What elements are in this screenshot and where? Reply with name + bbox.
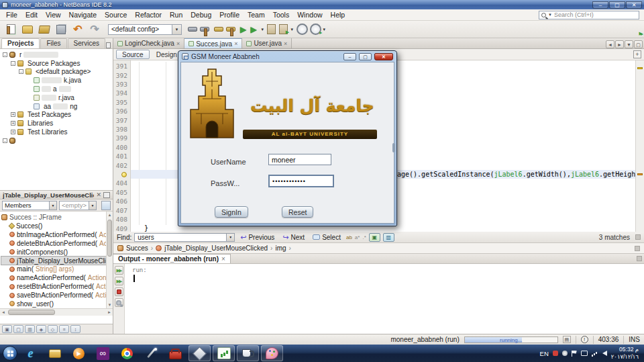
show-public-icon[interactable]: ◈ — [36, 325, 46, 333]
wmp-icon[interactable] — [68, 345, 90, 361]
member-item[interactable]: Succes() — [1, 222, 113, 230]
breadcrumb-item[interactable]: jTable_Display_UserMouseClicked › — [156, 244, 272, 252]
menu-item[interactable]: Source — [101, 11, 131, 19]
tree-item[interactable]: + Test Packages — [0, 111, 113, 120]
java-app-icon[interactable] — [237, 345, 259, 361]
scroll-tabs-left-icon[interactable]: ◄ — [606, 40, 614, 48]
editor-tab[interactable]: Succes.java × — [184, 38, 242, 48]
scroll-tabs-right-icon[interactable]: ► — [615, 40, 624, 48]
scroll-left-icon[interactable]: ◄ — [1, 310, 5, 314]
menu-item[interactable]: Navigate — [65, 11, 101, 19]
find-next-button[interactable]: ↪ Next — [280, 233, 307, 242]
members-horizontal-scrollbar[interactable]: ◄ ► — [0, 308, 113, 316]
netbeans-icon[interactable] — [189, 345, 211, 361]
gutter-line[interactable] — [113, 170, 130, 179]
sort-alpha-icon[interactable]: ≡ — [59, 325, 69, 333]
current-line-mark[interactable] — [637, 173, 643, 175]
tree-expander-icon[interactable]: - — [3, 138, 7, 143]
split-editor-icon[interactable]: + — [633, 50, 641, 58]
tree-item[interactable]: - Source Packages — [0, 59, 113, 68]
search-input[interactable]: ▼ Search (Ctrl+I) — [539, 11, 639, 19]
network-signal-icon[interactable] — [592, 351, 598, 357]
gutter-line[interactable]: 398 — [113, 125, 130, 134]
menu-item[interactable]: View — [42, 11, 65, 19]
member-item[interactable]: btnImageActionPerformed(ActionEve — [1, 230, 113, 239]
paint-icon[interactable] — [261, 345, 283, 361]
highlight-results-toggle[interactable]: ▣ — [369, 233, 380, 242]
insert-mode-indicator[interactable]: INS — [629, 336, 640, 343]
dialog-titlebar[interactable]: GSM Moneer Ababneh – ▢ ✕ — [178, 51, 396, 62]
resize-handle[interactable] — [392, 143, 395, 152]
member-item[interactable]: main(String[] args) — [1, 265, 113, 273]
tree-expander-icon[interactable]: + — [11, 121, 15, 126]
output-body[interactable]: ▶▶ ▶▶ run: — [113, 264, 644, 334]
tree-item[interactable]: - <default package> — [0, 68, 113, 77]
close-find-bar-icon[interactable] — [635, 234, 641, 240]
show-non-public-icon[interactable]: ◇ — [48, 325, 58, 333]
view-toggle-button[interactable]: Source — [116, 50, 150, 59]
panel-tab[interactable]: Services — [68, 38, 105, 48]
close-icon[interactable]: × — [234, 40, 237, 47]
save-all-icon[interactable] — [54, 23, 68, 36]
toolbar-icon[interactable] — [246, 23, 261, 36]
match-case-icon[interactable]: a* — [355, 234, 360, 240]
tree-expander-icon[interactable]: + — [11, 130, 15, 134]
scroll-up-icon[interactable]: ▲ — [107, 212, 113, 218]
gutter-line[interactable]: 395 — [113, 98, 130, 107]
start-button[interactable] — [3, 346, 17, 361]
maximize-editor-icon[interactable]: ▢ — [634, 40, 643, 48]
wrap-search-toggle[interactable]: ▥ — [383, 233, 394, 242]
minimize-icon[interactable]: – — [592, 1, 608, 9]
members-select[interactable]: Members ▼ — [2, 201, 57, 210]
close-icon[interactable]: ✕ — [96, 192, 101, 198]
output-tab[interactable]: Output - moneer_ababneh (run) × — [113, 254, 231, 263]
code-line[interactable]: } — [144, 224, 148, 232]
new-project-icon[interactable] — [20, 23, 35, 36]
tree-expander-icon[interactable]: + — [11, 112, 15, 117]
new-file-icon[interactable] — [3, 23, 18, 36]
config-select[interactable]: <default config> ▼ — [108, 24, 182, 35]
maximize-icon[interactable]: ▢ — [359, 53, 372, 60]
gutter-line[interactable]: 391 — [113, 62, 130, 71]
find-input[interactable]: users ▼ — [134, 233, 235, 242]
volume-icon[interactable] — [602, 351, 607, 356]
tree-item[interactable]: - — [0, 136, 113, 145]
menu-item[interactable]: Edit — [21, 11, 42, 19]
menu-item[interactable]: File — [2, 11, 21, 19]
ie-icon[interactable] — [19, 345, 42, 361]
close-icon[interactable]: × — [176, 40, 180, 47]
action-center-flag-icon[interactable] — [572, 351, 577, 357]
menu-item[interactable]: Refactor — [131, 11, 166, 19]
member-item[interactable]: initComponents() — [1, 248, 113, 257]
minimize-icon[interactable]: – — [343, 53, 356, 60]
show-static-icon[interactable]: ▥ — [25, 325, 35, 333]
filter-select[interactable]: <empty> ▼ — [59, 201, 97, 210]
open-project-icon[interactable] — [37, 23, 52, 36]
close-icon[interactable]: ✕ — [626, 1, 642, 9]
scroll-down-icon[interactable]: ▼ — [107, 302, 113, 308]
redo-icon[interactable] — [87, 23, 102, 36]
gutter-line[interactable]: 396 — [113, 107, 130, 116]
notifications-icon[interactable]: ! — [581, 336, 588, 343]
gutter-line[interactable]: 393 — [113, 80, 130, 89]
tree-item[interactable]: a — [0, 85, 113, 93]
match-highlight-icon[interactable]: ab — [346, 234, 352, 240]
members-vertical-scrollbar[interactable]: ▲ ▼ — [106, 212, 113, 308]
sort-source-icon[interactable]: ↕ — [70, 325, 80, 333]
chevron-down-icon[interactable]: ▼ — [226, 234, 234, 241]
rerun-icon[interactable]: ▶▶ — [115, 266, 123, 275]
breadcrumb-item[interactable]: Succes › — [117, 244, 153, 252]
hint-bulb-icon[interactable] — [121, 172, 127, 177]
tree-item[interactable]: k.java — [0, 76, 113, 85]
tree-item[interactable]: aa ng — [0, 102, 113, 111]
tree-expander-icon[interactable]: - — [11, 61, 15, 66]
class-header-row[interactable]: Succes :: JFrame — [1, 213, 113, 222]
scroll-right-icon[interactable]: ► — [107, 310, 111, 314]
chevron-down-icon[interactable]: ▼ — [89, 201, 96, 210]
editor-gutter[interactable]: 391 392 393 394 — [113, 60, 131, 232]
warning-mark[interactable] — [637, 67, 643, 69]
gutter-line[interactable]: 408 — [113, 215, 130, 224]
scrollbar-thumb[interactable] — [107, 220, 112, 257]
show-fields-icon[interactable]: ▢ — [13, 325, 23, 333]
gutter-line[interactable]: 394 — [113, 89, 130, 97]
